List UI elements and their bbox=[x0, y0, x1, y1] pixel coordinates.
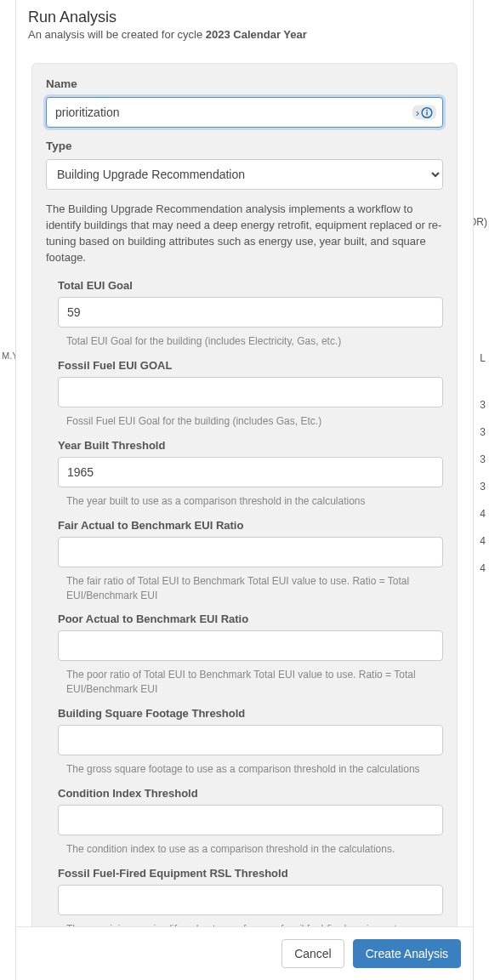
poor-ratio-input[interactable] bbox=[58, 630, 443, 661]
rsl-label: Fossil Fuel-Fired Equipment RSL Threshol… bbox=[58, 867, 443, 880]
name-label: Name bbox=[46, 77, 443, 90]
run-analysis-modal: Run Analysis An analysis will be created… bbox=[15, 0, 474, 980]
poor-ratio-help: The poor ratio of Total EUI to Benchmark… bbox=[66, 668, 443, 697]
fair-ratio-input[interactable] bbox=[58, 537, 443, 567]
name-input-wrap: › bbox=[46, 97, 443, 128]
type-select[interactable]: Building Upgrade Recommendation bbox=[46, 159, 443, 190]
sqft-group: Building Square Footage Threshold The gr… bbox=[58, 707, 443, 777]
total-eui-goal-label: Total EUI Goal bbox=[58, 279, 443, 292]
sqft-label: Building Square Footage Threshold bbox=[58, 707, 443, 720]
modal-header: Run Analysis An analysis will be created… bbox=[16, 0, 473, 48]
year-built-group: Year Built Threshold The year built to u… bbox=[58, 439, 443, 509]
modal-footer: Cancel Create Analysis bbox=[16, 926, 473, 980]
year-built-label: Year Built Threshold bbox=[58, 439, 443, 452]
poor-ratio-label: Poor Actual to Benchmark EUI Ratio bbox=[58, 612, 443, 625]
fair-ratio-group: Fair Actual to Benchmark EUI Ratio The f… bbox=[58, 519, 443, 603]
sqft-help: The gross square footage to use as a com… bbox=[66, 762, 443, 777]
fossil-eui-goal-input[interactable] bbox=[58, 377, 443, 407]
modal-subtitle: An analysis will be created for cycle 20… bbox=[28, 28, 461, 41]
modal-title: Run Analysis bbox=[28, 9, 461, 26]
name-input-icons[interactable]: › bbox=[412, 105, 436, 120]
form-panel: Name › Type Building Upgrade Recommendat… bbox=[31, 63, 458, 926]
fair-ratio-label: Fair Actual to Benchmark EUI Ratio bbox=[58, 519, 443, 532]
bg-right-values: 3 3 3 3 4 4 4 bbox=[480, 391, 487, 582]
svg-point-2 bbox=[426, 109, 428, 111]
subtitle-prefix: An analysis will be created for cycle bbox=[28, 28, 206, 41]
create-analysis-button[interactable]: Create Analysis bbox=[353, 939, 461, 968]
cancel-button[interactable]: Cancel bbox=[281, 939, 344, 968]
fossil-eui-goal-help: Fossil Fuel EUI Goal for the building (i… bbox=[66, 414, 443, 429]
bg-right-header-2: L bbox=[480, 352, 486, 364]
type-label: Type bbox=[46, 140, 443, 152]
fair-ratio-help: The fair ratio of Total EUI to Benchmark… bbox=[66, 574, 443, 603]
total-eui-goal-help: Total EUI Goal for the building (include… bbox=[66, 334, 443, 349]
condition-help: The condition index to use as a comparis… bbox=[66, 842, 443, 857]
chevron-right-icon: › bbox=[416, 106, 419, 119]
condition-group: Condition Index Threshold The condition … bbox=[58, 787, 443, 857]
condition-input[interactable] bbox=[58, 805, 443, 835]
poor-ratio-group: Poor Actual to Benchmark EUI Ratio The p… bbox=[58, 612, 443, 697]
year-built-input[interactable] bbox=[58, 457, 443, 487]
modal-body: Name › Type Building Upgrade Recommendat… bbox=[16, 48, 473, 926]
parameters-panel: Total EUI Goal Total EUI Goal for the bu… bbox=[46, 279, 443, 926]
type-description: The Building Upgrade Recommendation anal… bbox=[46, 202, 443, 265]
rsl-input[interactable] bbox=[58, 885, 443, 915]
total-eui-goal-input[interactable] bbox=[58, 297, 443, 328]
total-eui-goal-group: Total EUI Goal Total EUI Goal for the bu… bbox=[58, 279, 443, 349]
info-icon bbox=[421, 106, 433, 118]
rsl-group: Fossil Fuel-Fired Equipment RSL Threshol… bbox=[58, 867, 443, 926]
name-input[interactable] bbox=[46, 97, 443, 128]
condition-label: Condition Index Threshold bbox=[58, 787, 443, 800]
fossil-eui-goal-group: Fossil Fuel EUI GOAL Fossil Fuel EUI Goa… bbox=[58, 359, 443, 429]
year-built-help: The year built to use as a comparison th… bbox=[66, 494, 443, 509]
sqft-input[interactable] bbox=[58, 725, 443, 755]
fossil-eui-goal-label: Fossil Fuel EUI GOAL bbox=[58, 359, 443, 372]
cycle-name: 2023 Calendar Year bbox=[206, 28, 307, 41]
